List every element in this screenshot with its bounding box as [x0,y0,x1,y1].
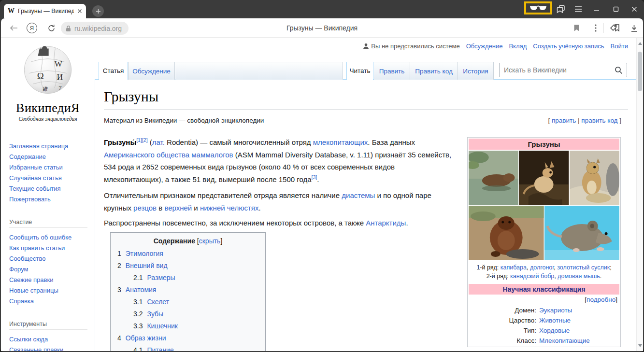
link-canadian-beaver[interactable]: канадский бобр [510,273,554,280]
browser-tab[interactable]: W Грызуны — Википедия [4,4,86,18]
personal-link-login[interactable]: Войти [611,42,628,50]
back-icon[interactable] [8,18,20,38]
link-chordata[interactable]: Хордовые [539,325,619,336]
edit-source-link[interactable]: править код [581,117,617,124]
toc-item[interactable]: 3.3Кишечник [117,320,258,332]
personal-link-talk[interactable]: Обсуждение [466,42,503,50]
caption-row-2: 2-й ряд: канадский бобр, домовая мышь. [471,272,617,281]
toc-item[interactable]: 4Образ жизни [117,332,258,344]
maximize-button[interactable] [610,0,622,18]
sidebar-item-recent-changes[interactable]: Свежие правки [9,275,95,285]
paragraph-distribution: Распространены повсеместно, за исключени… [104,217,454,229]
tab-read[interactable]: Читать [346,62,373,80]
ref-1[interactable]: [1] [136,137,142,143]
ref-3[interactable]: [3] [312,174,317,180]
link-springhare[interactable]: долгоног [530,264,554,271]
sidebar-item-what-links-here[interactable]: Ссылки сюда [9,334,95,345]
tax-row-phylum: Тип: Хордовые [469,325,619,336]
link-latin[interactable]: лат. [152,138,165,146]
canadian-beaver-image[interactable] [469,206,544,260]
tab-discussion[interactable]: Обсуждение [128,62,175,80]
close-button[interactable] [628,0,641,18]
sidebar-item-donate[interactable]: Пожертвовать [9,194,95,205]
sidebar-item-community[interactable]: Сообщество [9,253,95,264]
download-icon[interactable] [627,18,641,38]
yandex-home-icon[interactable]: Я [25,18,39,38]
link-mammalia[interactable]: Млекопитающие [539,336,619,346]
link-golden-souslik[interactable]: золотистый суслик [557,264,610,271]
link-animalia[interactable]: Животные [539,315,619,325]
wikipedia-logo[interactable]: Ω W И 維 7 ВикипедиЯ Свободная энциклопед… [1,41,95,122]
svg-text:Ω: Ω [37,71,44,81]
capybara-image[interactable] [469,151,518,205]
sidebar-item-how-to-edit[interactable]: Как править статьи [9,243,95,253]
tab-title: Грызуны — Википедия [18,8,74,14]
toc-item[interactable]: 3.1Скелет [117,296,258,308]
link-eukaryota[interactable]: Эукариоты [539,305,619,315]
ref-2[interactable]: [2] [142,137,148,143]
more-options-icon[interactable] [590,18,601,38]
toc-item[interactable]: 2Внешний вид [117,260,258,272]
tab-close-icon[interactable] [77,9,82,14]
details-link[interactable]: подробно [587,296,615,303]
personal-link-create-account[interactable]: Создать учётную запись [533,42,604,50]
sidebar-item-help[interactable]: Справка [9,296,95,307]
reload-icon[interactable] [44,18,58,38]
golden-ground-squirrel-image[interactable] [570,151,619,205]
sidebar-item-new-pages[interactable]: Новые страницы [9,285,95,296]
edit-link[interactable]: править [552,117,576,124]
link-antarctica[interactable]: Антарктиды [366,219,406,227]
toc-hide-link[interactable]: скрыть [199,237,221,245]
link-upper-jaw[interactable]: верхней [164,204,192,212]
scrollbar-thumb[interactable] [638,52,642,91]
house-mouse-image[interactable] [544,206,620,260]
sidebar-item-report-error[interactable]: Сообщить об ошибке [9,232,95,243]
personal-link-contributions[interactable]: Вклад [509,42,527,50]
wikipedia-favicon: W [8,7,14,15]
sidebar-item-current-events[interactable]: Текущие события [9,183,95,194]
sidebar-item-contents[interactable]: Содержание [9,152,95,162]
tax-row-domain: Домен: Эукариоты [469,305,619,315]
link-asm[interactable]: Американского общества маммалогов [104,151,233,159]
sidebar-item-random[interactable]: Случайная статья [9,173,95,183]
toc-item[interactable]: 2.1Размеры [117,272,258,284]
taxobox-image-row-2 [469,206,619,260]
bookmark-icon[interactable] [570,18,583,38]
springhare-image[interactable] [519,151,569,205]
classification-details: [подробно] [469,295,619,305]
link-mammals[interactable]: млекопитающих [313,138,368,146]
address-bar[interactable]: ru.wikipedia.org [61,22,129,35]
incognito-glasses-icon[interactable] [530,5,547,11]
collections-icon[interactable] [608,18,622,38]
tab-article[interactable]: Статья [99,62,128,80]
link-house-mouse[interactable]: домовая мышь [558,273,600,280]
tab-history[interactable]: История [458,62,494,80]
scroll-down-arrow[interactable] [638,344,642,347]
toc-item[interactable]: 3.2Зубы [117,308,258,320]
sidebar-item-main-page[interactable]: Заглавная страница [9,141,95,152]
tax-row-class: Класс: Млекопитающие [469,336,619,346]
link-capybara[interactable]: капибара [501,264,527,271]
scroll-up-arrow[interactable] [638,42,642,45]
side-panel-icon[interactable] [554,0,568,18]
new-tab-button[interactable] [92,5,104,17]
tab-edit[interactable]: Править [374,62,410,80]
search-icon[interactable] [615,66,623,74]
link-diastema[interactable]: диастемы [342,191,375,199]
menu-icon[interactable] [572,0,585,18]
sidebar-item-forum[interactable]: Форум [9,264,95,275]
toc-item[interactable]: 1Этимология [117,248,258,260]
search-input[interactable] [500,63,627,77]
link-lower-jaw[interactable]: нижней челюстях [200,204,259,212]
link-incisors[interactable]: резцов [133,204,157,212]
toc-item[interactable]: 4.1Питание [117,344,258,351]
svg-text:W: W [55,59,63,69]
sidebar-item-featured[interactable]: Избранные статьи [9,162,95,173]
minimize-button[interactable] [590,0,603,18]
user-icon [363,43,369,49]
sidebar-item-related-changes[interactable]: Связанные правки [9,345,95,351]
tab-edit-source[interactable]: Править код [410,62,458,80]
taxobox-caption: 1-й ряд: капибара, долгоног, золотистый … [469,261,619,284]
annotation-highlight-box [524,1,552,14]
toc-item[interactable]: 3Анатомия [117,284,258,296]
